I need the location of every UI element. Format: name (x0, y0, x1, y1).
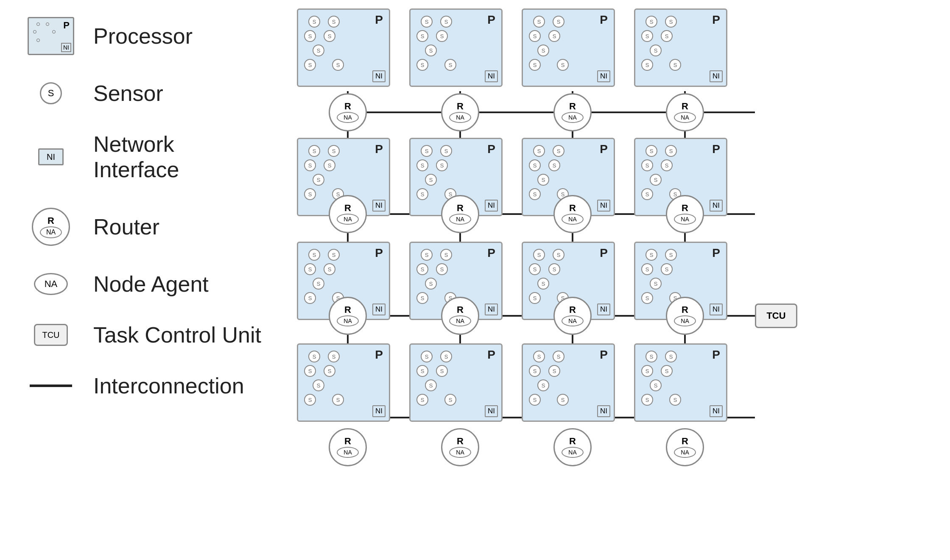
router-na: NA (449, 112, 471, 123)
sensor-6 (332, 59, 344, 71)
router-r: R (569, 203, 576, 213)
sensor-icon-circle: S (40, 82, 62, 104)
legend-item-sensor: S Sensor (25, 81, 263, 106)
node-ni-label: NI (372, 304, 386, 315)
sensor-0 (421, 16, 433, 28)
sensor-5 (529, 59, 541, 71)
na-text: NA (456, 216, 464, 223)
sensor-0 (308, 145, 320, 157)
sensor-2 (641, 159, 653, 171)
node-p-label: P (487, 13, 495, 27)
node-p-label: P (600, 13, 608, 27)
router-1-2: R NA (553, 195, 592, 233)
ni-symbol: NI (47, 152, 55, 162)
na-symbol: NA (45, 279, 58, 290)
sensor-4 (650, 379, 662, 391)
router-r: R (682, 305, 688, 315)
sensor-4 (650, 45, 662, 56)
sensor-0 (533, 249, 545, 261)
router-na: NA (337, 112, 359, 123)
sensor-0 (533, 16, 545, 28)
router-r: R (344, 102, 351, 111)
sensor-5 (416, 394, 428, 406)
sensor-1 (440, 249, 452, 261)
sensor-1 (553, 145, 564, 157)
sensor-5 (416, 292, 428, 304)
router-na: NA (337, 447, 359, 458)
sensor-3 (324, 263, 335, 275)
router-r: R (457, 203, 464, 213)
na-text: NA (568, 216, 576, 223)
interconnect-legend-icon (25, 384, 76, 387)
node-ni-label: NI (485, 70, 498, 82)
sensor-0 (421, 145, 433, 157)
main-container: P NI Processor S Sensor (0, 0, 950, 560)
legend-item-ni: NI Network Interface (25, 131, 263, 182)
router-na: NA (562, 214, 584, 225)
sensor-4 (313, 174, 324, 186)
sensor-3 (661, 159, 673, 171)
router-na: NA (449, 447, 471, 458)
node-tile-3-1: P NI (409, 343, 503, 422)
tcu-icon-box: TCU (34, 324, 68, 346)
sensor-2 (416, 263, 428, 275)
node-p-label: P (487, 246, 495, 260)
na-text: NA (568, 318, 576, 324)
legend-panel: P NI Processor S Sensor (0, 0, 288, 560)
router-r: R (457, 305, 464, 315)
router-2-1: R NA (441, 297, 479, 335)
router-na: NA (674, 112, 696, 123)
sensor-5 (304, 59, 316, 71)
sensor-0 (533, 145, 545, 157)
node-p-label: P (712, 246, 720, 260)
node-tile-3-3: P NI (634, 343, 727, 422)
sensor-6 (669, 394, 681, 406)
router-label: Router (93, 214, 159, 240)
sensor-4 (425, 278, 437, 290)
sensor-3 (436, 263, 448, 275)
router-r: R (457, 437, 464, 446)
node-ni-label: NI (372, 200, 386, 212)
router-0-1: R NA (441, 93, 479, 131)
sensor-3 (548, 30, 560, 42)
sensor-6 (444, 394, 456, 406)
sensor-3 (436, 365, 448, 377)
sensor-1 (665, 16, 677, 28)
node-p-label: P (375, 348, 383, 362)
node-ni-label: NI (485, 200, 498, 212)
sensor-1 (665, 249, 677, 261)
na-text: NA (456, 114, 464, 121)
sensor-2 (641, 30, 653, 42)
sensor-0 (421, 351, 433, 362)
sensor-1 (440, 351, 452, 362)
sensor-1 (440, 145, 452, 157)
node-p-label: P (712, 142, 720, 156)
tcu-diagram-box: TCU (755, 304, 797, 328)
sensor-3 (548, 263, 560, 275)
node-p-label: P (375, 142, 383, 156)
router-r: R (344, 437, 351, 446)
sensor-2 (416, 159, 428, 171)
router-r: R (682, 203, 688, 213)
sensor-0 (645, 145, 657, 157)
router-2-3: R NA (666, 297, 704, 335)
na-label: Node Agent (93, 271, 209, 297)
router-r: R (682, 102, 688, 111)
na-text: NA (681, 318, 689, 324)
sensor-2 (304, 159, 316, 171)
sensor-label: Sensor (93, 81, 163, 106)
sensor-3 (324, 30, 335, 42)
sensor-5 (416, 59, 428, 71)
router-na-symbol: NA (46, 228, 56, 236)
ni-icon-box: NI (38, 148, 64, 165)
sensor-2 (304, 365, 316, 377)
sensor-s-symbol: S (48, 88, 54, 99)
sensor-4 (537, 45, 549, 56)
sensor-4 (650, 278, 662, 290)
sensor-5 (529, 292, 541, 304)
router-0-2: R NA (553, 93, 592, 131)
sensor-2 (416, 30, 428, 42)
sensor-1 (328, 16, 340, 28)
node-ni-label: NI (597, 304, 610, 315)
node-ni-label: NI (372, 70, 386, 82)
